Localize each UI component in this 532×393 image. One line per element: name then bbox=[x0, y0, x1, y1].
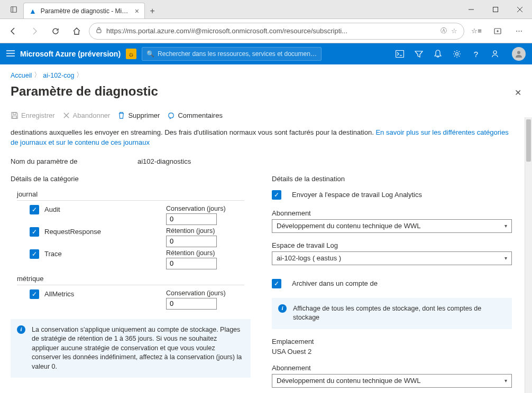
retention-label: Rétention (jours) bbox=[166, 249, 240, 257]
svg-rect-18 bbox=[13, 113, 16, 115]
dest-storage-label: Archiver dans un compte de bbox=[292, 279, 378, 287]
log-requestresponse-label: RequestResponse bbox=[44, 228, 101, 236]
retention-input-allmetrics[interactable] bbox=[166, 298, 217, 310]
tab-close-icon[interactable]: × bbox=[135, 7, 139, 15]
feedback-icon[interactable] bbox=[487, 45, 503, 62]
svg-rect-0 bbox=[11, 6, 17, 12]
home-button[interactable] bbox=[68, 22, 86, 40]
scroll-area[interactable]: destinations auxquelles les envoyer en s… bbox=[11, 125, 521, 388]
window-maximize-button[interactable] bbox=[483, 0, 508, 18]
destination-section-head: Détails de la destination bbox=[272, 175, 512, 183]
svg-point-17 bbox=[517, 51, 520, 54]
svg-rect-13 bbox=[396, 51, 404, 58]
breadcrumb-sep: 〉 bbox=[76, 71, 83, 80]
checkbox-requestresponse[interactable]: ✓ bbox=[30, 227, 39, 237]
collections-icon[interactable] bbox=[489, 22, 507, 40]
description-text: destinations auxquelles les envoyer en s… bbox=[11, 128, 512, 148]
log-trace-label: Trace bbox=[44, 250, 62, 258]
breadcrumb-resource[interactable]: ai-102-cog bbox=[43, 72, 74, 79]
azure-brand[interactable]: Microsoft Azure (préversion) bbox=[20, 50, 121, 58]
metric-allmetrics-label: AllMetrics bbox=[44, 290, 74, 298]
subscription-dropdown[interactable]: Développement du contenu technique de WW… bbox=[272, 219, 512, 233]
preview-bug-icon[interactable]: ☼ bbox=[126, 49, 136, 59]
scrollbar-thumb[interactable] bbox=[526, 119, 531, 162]
help-icon[interactable]: ? bbox=[467, 45, 484, 62]
setting-name-value: ai102-diagnostics bbox=[137, 157, 191, 165]
feedback-button[interactable]: Commentaires bbox=[167, 111, 223, 119]
category-section-head: Détails de la catégorie bbox=[11, 175, 251, 183]
checkbox-audit[interactable]: ✓ bbox=[30, 205, 39, 214]
settings-icon[interactable] bbox=[448, 45, 465, 62]
window-minimize-button[interactable] bbox=[459, 0, 483, 18]
category-details-column: Détails de la catégorie journal ✓ Audit … bbox=[11, 175, 251, 388]
save-button[interactable]: Enregistrer bbox=[11, 111, 55, 119]
url-text: https://ms.portal.azure.com/#@microsoft.… bbox=[106, 27, 436, 35]
browser-tab[interactable]: ▲ Paramètre de diagnostic - Micro × bbox=[23, 3, 145, 18]
storage-info-box: i Affichage de tous les comptes de stock… bbox=[272, 298, 512, 329]
dest-loganalytics-label: Envoyer à l'espace de travail Log Analyt… bbox=[292, 191, 422, 199]
journal-head: journal bbox=[17, 190, 251, 198]
close-blade-icon[interactable]: ✕ bbox=[515, 88, 521, 98]
retention-input-trace[interactable] bbox=[166, 258, 217, 269]
search-placeholder: Rechercher dans les ressources, services… bbox=[158, 50, 317, 58]
address-bar[interactable]: https://ms.portal.azure.com/#@microsoft.… bbox=[89, 23, 464, 40]
info-icon: i bbox=[278, 304, 287, 313]
retention-label: Conservation (jours) bbox=[166, 289, 240, 297]
window-close-button[interactable] bbox=[508, 0, 532, 18]
log-audit-label: Audit bbox=[44, 205, 60, 213]
retention-input-audit[interactable] bbox=[166, 213, 217, 225]
retention-label: Conservation (jours) bbox=[166, 205, 240, 212]
delete-button[interactable]: Supprimer bbox=[117, 111, 160, 119]
reader-icon[interactable]: Ⓐ bbox=[441, 26, 447, 35]
workspace-label: Espace de travail Log bbox=[272, 241, 512, 249]
back-button[interactable] bbox=[4, 22, 22, 40]
setting-name-label: Nom du paramètre de bbox=[11, 157, 137, 165]
chevron-down-icon: ▾ bbox=[505, 255, 507, 261]
command-bar: Enregistrer Abandonner Supprimer Comment… bbox=[11, 111, 521, 125]
global-search[interactable]: 🔍 Rechercher dans les ressources, servic… bbox=[142, 47, 322, 61]
user-avatar[interactable] bbox=[512, 47, 526, 61]
favorite-icon[interactable]: ☆ bbox=[451, 27, 457, 35]
chevron-down-icon: ▾ bbox=[505, 223, 507, 229]
vertical-scrollbar[interactable] bbox=[525, 117, 532, 393]
checkbox-allmetrics[interactable]: ✓ bbox=[30, 289, 39, 299]
cloudshell-icon[interactable] bbox=[391, 45, 408, 62]
metric-head: métrique bbox=[17, 275, 251, 283]
breadcrumb: Accueil 〉 ai-102-cog 〉 bbox=[11, 71, 521, 80]
subscription2-dropdown[interactable]: Développement du contenu technique de WW… bbox=[272, 374, 512, 388]
tab-title: Paramètre de diagnostic - Micro bbox=[41, 7, 131, 15]
subscription-label: Abonnement bbox=[272, 209, 512, 217]
favorites-bar-icon[interactable]: ☆≡ bbox=[467, 22, 485, 40]
svg-point-16 bbox=[493, 51, 497, 54]
checkbox-trace[interactable]: ✓ bbox=[30, 249, 39, 259]
refresh-button[interactable] bbox=[47, 22, 65, 40]
browser-titlebar: ▲ Paramètre de diagnostic - Micro × + bbox=[0, 0, 532, 19]
location-value: USA Ouest 2 bbox=[272, 348, 512, 355]
checkbox-storage[interactable]: ✓ bbox=[272, 279, 281, 288]
subscription2-label: Abonnement bbox=[272, 364, 512, 372]
location-label: Emplacement bbox=[272, 338, 512, 345]
retention-label: Rétention (jours) bbox=[166, 227, 240, 235]
checkbox-loganalytics[interactable]: ✓ bbox=[272, 190, 281, 200]
discard-button[interactable]: Abandonner bbox=[62, 111, 111, 119]
notifications-icon[interactable] bbox=[429, 45, 446, 62]
directory-filter-icon[interactable] bbox=[410, 45, 427, 62]
blade-content: Accueil 〉 ai-102-cog 〉 Paramètre de diag… bbox=[0, 64, 532, 393]
menu-icon[interactable] bbox=[6, 50, 15, 59]
info-icon: i bbox=[17, 325, 25, 334]
breadcrumb-home[interactable]: Accueil bbox=[11, 72, 32, 79]
more-icon[interactable]: ⋯ bbox=[510, 22, 528, 40]
chevron-down-icon: ▾ bbox=[505, 378, 507, 383]
new-tab-button[interactable]: + bbox=[145, 4, 160, 18]
svg-rect-3 bbox=[493, 7, 498, 12]
lock-icon bbox=[96, 27, 102, 35]
forward-button[interactable] bbox=[25, 22, 43, 40]
svg-rect-6 bbox=[97, 30, 101, 33]
destination-details-column: Détails de la destination ✓ Envoyer à l'… bbox=[272, 175, 512, 388]
retention-input-requestresponse[interactable] bbox=[166, 236, 217, 247]
workspace-dropdown[interactable]: ai-102-logs ( eastus ) ▾ bbox=[272, 251, 512, 265]
retention-info-box: i La conservation s'applique uniquement … bbox=[11, 319, 251, 378]
search-icon: 🔍 bbox=[146, 50, 154, 58]
svg-rect-19 bbox=[13, 116, 17, 118]
tab-actions-icon[interactable] bbox=[4, 0, 23, 18]
